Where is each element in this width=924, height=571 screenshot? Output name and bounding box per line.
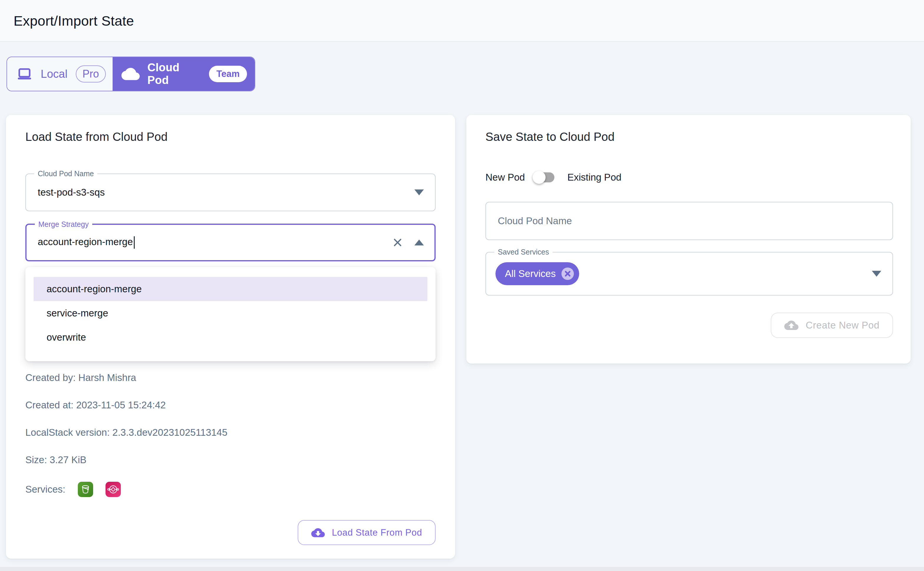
sqs-service-icon [105,482,121,497]
create-new-pod-button[interactable]: Create New Pod [771,313,893,338]
new-pod-label: New Pod [485,172,525,183]
save-state-card: Save State to Cloud Pod New Pod Existing… [466,115,911,364]
tab-local-label: Local [41,68,68,80]
team-badge: Team [209,66,247,82]
tab-local[interactable]: Local Pro [7,57,113,91]
cloud-download-icon [311,526,325,540]
state-source-tabs: Local Pro Cloud Pod Team [6,57,255,91]
meta-created-at: Created at: 2023-11-05 15:24:42 [25,400,436,411]
export-import-state-page: Export/Import State Local Pro Cloud Pod … [0,0,924,571]
cloud-pod-name-label: Cloud Pod Name [34,169,97,178]
chevron-up-icon[interactable] [414,239,424,245]
bottom-strip [0,567,924,571]
saved-services-label: Saved Services [494,247,553,256]
laptop-icon [17,66,32,82]
chevron-down-icon[interactable] [872,271,881,277]
page-title: Export/Import State [14,13,134,29]
services-label: Services: [25,484,65,495]
text-cursor [134,236,135,248]
page-header: Export/Import State [0,0,924,42]
save-card-title: Save State to Cloud Pod [485,130,893,144]
pro-badge: Pro [76,65,106,82]
pod-mode-toggle-row: New Pod Existing Pod [485,172,893,183]
services-row: Services: [25,482,436,497]
merge-strategy-listbox: account-region-merge service-merge overw… [25,267,436,361]
saved-services-select[interactable]: Saved Services All Services [485,252,893,296]
cloud-pod-name-value: test-pod-s3-sqs [38,187,105,198]
main-content: Load State from Cloud Pod Cloud Pod Name… [6,115,911,559]
create-new-pod-button-label: Create New Pod [805,320,879,331]
cloud-pod-name-select[interactable]: Cloud Pod Name test-pod-s3-sqs [25,174,436,211]
existing-pod-label: Existing Pod [567,172,621,183]
all-services-chip-label: All Services [505,268,556,279]
meta-created-by: Created by: Harsh Mishra [25,372,436,383]
meta-size: Size: 3.27 KiB [25,454,436,466]
option-account-region-merge[interactable]: account-region-merge [34,277,427,301]
merge-strategy-combobox[interactable]: Merge Strategy account-region-merge [25,224,436,261]
clear-icon[interactable] [391,236,404,248]
pod-metadata: Created by: Harsh Mishra Created at: 202… [25,372,436,497]
load-state-button-label: Load State From Pod [332,528,422,538]
tab-cloud-pod-label: Cloud Pod [147,61,201,86]
cloud-upload-icon [784,318,799,332]
switch-thumb [533,171,545,184]
load-state-button[interactable]: Load State From Pod [298,520,436,545]
chevron-down-icon[interactable] [414,190,424,195]
meta-version: LocalStack version: 2.3.3.dev20231025113… [25,427,436,438]
option-overwrite[interactable]: overwrite [25,325,436,349]
all-services-chip[interactable]: All Services [496,262,579,285]
merge-strategy-value: account-region-merge [38,236,135,248]
circle-x-icon[interactable] [561,267,575,281]
tab-cloud-pod[interactable]: Cloud Pod Team [113,57,255,91]
load-card-title: Load State from Cloud Pod [25,130,436,144]
merge-strategy-label: Merge Strategy [35,220,92,228]
s3-service-icon [78,482,93,497]
new-pod-name-input[interactable] [485,202,893,240]
load-state-card: Load State from Cloud Pod Cloud Pod Name… [6,115,455,559]
option-service-merge[interactable]: service-merge [25,301,436,325]
pod-mode-switch[interactable] [535,172,555,182]
cloud-icon [121,65,140,83]
